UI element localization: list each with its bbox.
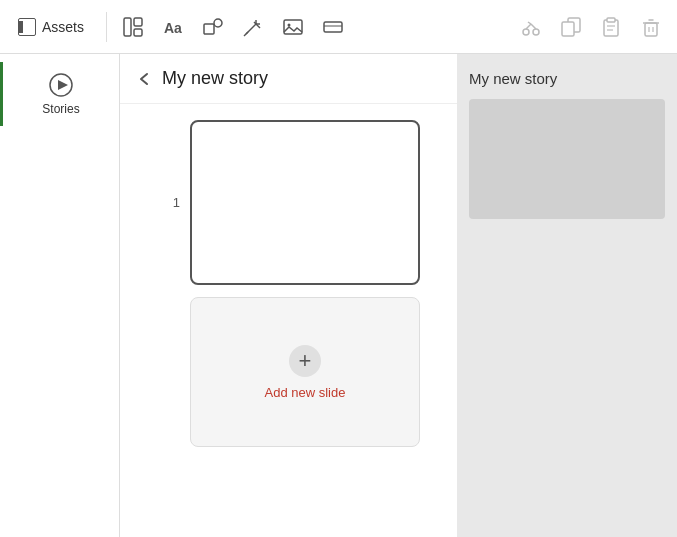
text-button[interactable]: Aa bbox=[155, 9, 191, 45]
sidebar-item-stories[interactable]: Stories bbox=[0, 62, 119, 126]
toolbar-right bbox=[513, 9, 669, 45]
svg-line-18 bbox=[528, 22, 531, 24]
shapes-button[interactable] bbox=[195, 9, 231, 45]
cut-icon bbox=[520, 16, 542, 38]
magic-button[interactable] bbox=[235, 9, 271, 45]
magic-icon bbox=[242, 16, 264, 38]
copy-button[interactable] bbox=[553, 9, 589, 45]
layout-icon bbox=[122, 16, 144, 38]
cut-button[interactable] bbox=[513, 9, 549, 45]
right-panel: My new story bbox=[457, 54, 677, 537]
assets-tab[interactable]: Assets bbox=[8, 12, 94, 42]
back-icon bbox=[136, 70, 154, 88]
right-panel-title: My new story bbox=[469, 70, 665, 87]
right-panel-preview bbox=[469, 99, 665, 219]
panel-header: My new story bbox=[120, 54, 457, 104]
assets-icon bbox=[18, 18, 36, 36]
add-plus-icon: + bbox=[289, 345, 321, 377]
svg-rect-20 bbox=[562, 22, 574, 36]
paste-icon bbox=[600, 16, 622, 38]
slide-row-1: 1 bbox=[160, 120, 441, 285]
svg-line-17 bbox=[531, 24, 536, 29]
stories-icon bbox=[48, 72, 74, 98]
add-slide-label: Add new slide bbox=[265, 385, 346, 400]
svg-point-5 bbox=[214, 19, 222, 27]
main-area: Stories My new story 1 + Add new slide bbox=[0, 54, 677, 537]
delete-button[interactable] bbox=[633, 9, 669, 45]
slide-thumbnail-1[interactable] bbox=[190, 120, 420, 285]
svg-rect-1 bbox=[134, 18, 142, 26]
svg-rect-25 bbox=[645, 23, 657, 36]
sidebar: Stories bbox=[0, 54, 120, 537]
svg-point-14 bbox=[523, 29, 529, 35]
svg-rect-22 bbox=[607, 18, 615, 22]
add-slide-button[interactable]: + Add new slide bbox=[190, 297, 420, 447]
svg-rect-12 bbox=[324, 22, 342, 32]
stories-label: Stories bbox=[42, 102, 79, 116]
layout-button[interactable] bbox=[115, 9, 151, 45]
svg-point-15 bbox=[533, 29, 539, 35]
toolbar-left: Assets bbox=[8, 12, 107, 42]
svg-rect-2 bbox=[134, 29, 142, 36]
svg-text:Aa: Aa bbox=[164, 20, 182, 36]
svg-line-16 bbox=[526, 24, 531, 29]
panel-title: My new story bbox=[162, 68, 268, 89]
svg-rect-4 bbox=[204, 24, 214, 34]
toolbar: Assets Aa bbox=[0, 0, 677, 54]
svg-marker-31 bbox=[58, 80, 68, 90]
text-icon: Aa bbox=[162, 16, 184, 38]
copy-icon bbox=[560, 16, 582, 38]
media-icon bbox=[322, 16, 344, 38]
media-button[interactable] bbox=[315, 9, 351, 45]
slide-number-1: 1 bbox=[160, 195, 180, 210]
svg-rect-0 bbox=[124, 18, 131, 36]
slides-container: 1 + Add new slide bbox=[120, 104, 457, 463]
image-icon bbox=[282, 16, 304, 38]
center-panel: My new story 1 + Add new slide bbox=[120, 54, 457, 537]
image-button[interactable] bbox=[275, 9, 311, 45]
back-button[interactable] bbox=[136, 70, 154, 88]
shapes-icon bbox=[202, 16, 224, 38]
svg-rect-10 bbox=[284, 20, 302, 34]
paste-button[interactable] bbox=[593, 9, 629, 45]
assets-label: Assets bbox=[42, 19, 84, 35]
delete-icon bbox=[640, 16, 662, 38]
